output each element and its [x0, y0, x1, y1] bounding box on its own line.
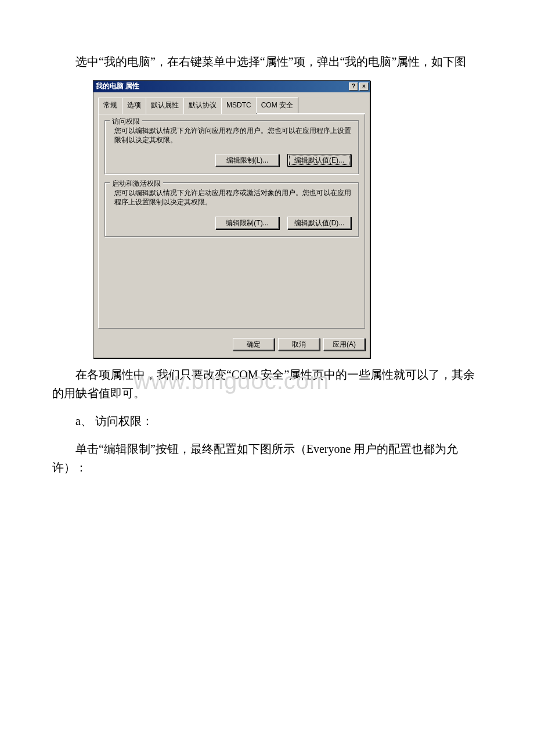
doc-paragraph-3: a、 访问权限：	[52, 412, 482, 430]
edit-limits-access-button[interactable]: 编辑限制(L)...	[215, 154, 279, 167]
tab-content: 访问权限 您可以编辑默认情况下允许访问应用程序的用户。您也可以在应用程序上设置限…	[98, 114, 365, 329]
edit-default-access-button[interactable]: 编辑默认值(E)...	[287, 154, 351, 167]
dialog-screenshot: 我的电脑 属性 ? × 常规 选项 默认属性 默认协议 MSDTC COM 安全…	[93, 80, 482, 358]
titlebar-buttons: ? ×	[348, 82, 369, 91]
properties-dialog: 我的电脑 属性 ? × 常规 选项 默认属性 默认协议 MSDTC COM 安全…	[93, 80, 370, 358]
access-permissions-text: 您可以编辑默认情况下允许访问应用程序的用户。您也可以在应用程序上设置限制以决定其…	[112, 127, 351, 145]
dialog-footer: 确定 取消 应用(A)	[93, 333, 370, 358]
launch-activation-group: 启动和激活权限 您可以编辑默认情况下允许启动应用程序或激活对象的用户。您也可以在…	[104, 182, 359, 236]
tab-options[interactable]: 选项	[122, 98, 146, 114]
launch-activation-text: 您可以编辑默认情况下允许启动应用程序或激活对象的用户。您也可以在应用程序上设置限…	[112, 189, 351, 207]
tab-default-protocols[interactable]: 默认协议	[183, 98, 222, 114]
edit-default-launch-button[interactable]: 编辑默认值(D)...	[287, 217, 351, 229]
doc-paragraph-2: 在各项属性中，我们只要改变“COM 安全”属性页中的一些属性就可以了，其余的用缺…	[52, 365, 482, 402]
access-button-row: 编辑限制(L)... 编辑默认值(E)...	[112, 154, 351, 167]
doc-paragraph-1: 选中“我的电脑”，在右键菜单中选择“属性”项，弹出“我的电脑”属性，如下图	[52, 52, 482, 71]
launch-button-row: 编辑限制(T)... 编辑默认值(D)...	[112, 217, 351, 229]
edit-limits-launch-button[interactable]: 编辑限制(T)...	[215, 217, 279, 229]
dialog-title: 我的电脑 属性	[96, 81, 139, 92]
tab-general[interactable]: 常规	[98, 98, 122, 114]
launch-activation-title: 启动和激活权限	[110, 178, 163, 189]
dialog-titlebar: 我的电脑 属性 ? ×	[93, 81, 370, 92]
access-permissions-title: 访问权限	[110, 116, 142, 127]
tab-strip: 常规 选项 默认属性 默认协议 MSDTC COM 安全	[98, 97, 365, 114]
doc-paragraph-4: 单击“编辑限制”按钮，最终配置如下图所示（Everyone 用户的配置也都为允许…	[52, 440, 482, 477]
close-button[interactable]: ×	[359, 82, 369, 91]
access-permissions-group: 访问权限 您可以编辑默认情况下允许访问应用程序的用户。您也可以在应用程序上设置限…	[104, 120, 359, 174]
tab-msdtc[interactable]: MSDTC	[221, 98, 257, 114]
ok-button[interactable]: 确定	[233, 338, 275, 351]
tab-default-properties[interactable]: 默认属性	[146, 98, 184, 114]
cancel-button[interactable]: 取消	[278, 338, 320, 351]
dialog-body: 常规 选项 默认属性 默认协议 MSDTC COM 安全 访问权限 您可以编辑默…	[93, 92, 370, 333]
tab-com-security[interactable]: COM 安全	[256, 97, 298, 113]
apply-button[interactable]: 应用(A)	[323, 338, 365, 351]
help-button[interactable]: ?	[349, 82, 358, 91]
